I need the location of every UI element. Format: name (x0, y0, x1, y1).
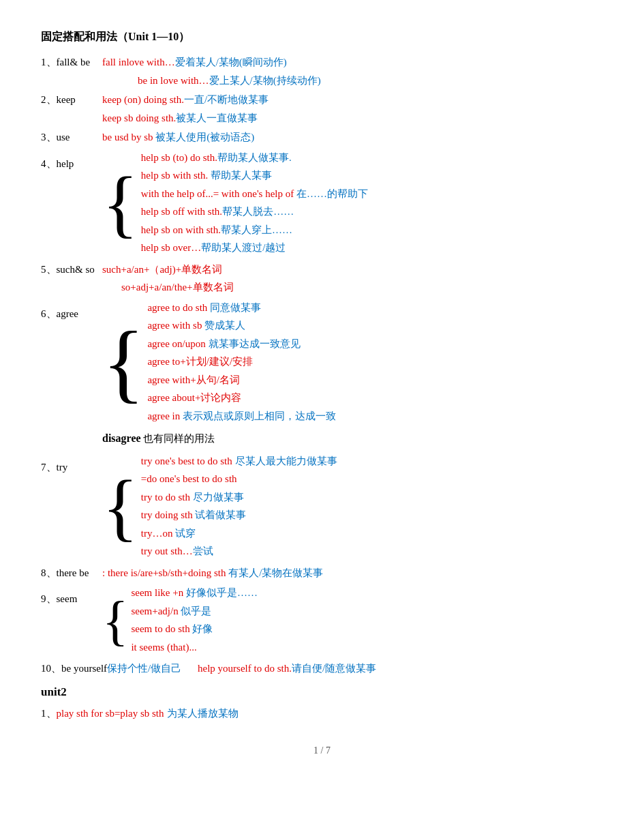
section-2-label: 2、keep (41, 91, 102, 109)
section-5-label: 5、such& so (41, 261, 102, 279)
page-footer: 1 / 7 (41, 743, 603, 759)
section-3: 3、use be usd by sb 被某人使用(被动语态) (41, 129, 603, 147)
unit2-header: unit2 (41, 683, 603, 702)
section-2-content: keep (on) doing sth.一直/不断地做某事 keep sb do… (102, 91, 603, 128)
page-title: 固定搭配和用法（Unit 1—10） (41, 27, 603, 46)
section-3-content: be usd by sb 被某人使用(被动语态) (102, 129, 603, 147)
section-6-content: { agree to do sth 同意做某事 agree with sb 赞成… (102, 299, 603, 427)
section-9-content: { seem like +n 好像似乎是…… seem+adj/n 似乎是 se… (102, 584, 603, 657)
section-10-label: 10、be yourself (41, 660, 107, 678)
section-3-label: 3、use (41, 129, 102, 147)
section-7-content: { try one's best to do sth 尽某人最大能力做某事 =d… (102, 452, 603, 562)
section-1: 1、fall& be fall inlove with…爱着某人/某物(瞬间动作… (41, 54, 603, 90)
section-6-label: 6、agree (41, 299, 102, 323)
section-4-content: { help sb (to) do sth.帮助某人做某事. help sb w… (102, 149, 603, 258)
unit2-section-1-label: 1、play sth for sb=play sb sth (41, 705, 164, 723)
unit2-section-1-content: 为某人播放某物 (167, 705, 603, 723)
unit2-section-1: 1、play sth for sb=play sb sth 为某人播放某物 (41, 705, 603, 723)
section-5-content: such+a/an+（adj)+单数名词 so+adj+a/an/the+单数名… (102, 261, 603, 297)
section-8: 8、there be : there is/are+sb/sth+doing s… (41, 565, 603, 583)
section-7-label: 7、try (41, 452, 102, 477)
section-4: 4、help { help sb (to) do sth.帮助某人做某事. he… (41, 149, 603, 258)
disagree-section: disagree 也有同样的用法 (102, 429, 603, 448)
disagree-suffix: 也有同样的用法 (143, 433, 215, 444)
section-5: 5、such& so such+a/an+（adj)+单数名词 so+adj+a… (41, 261, 603, 297)
section-9: 9、seem { seem like +n 好像似乎是…… seem+adj/n… (41, 584, 603, 657)
section-7: 7、try { try one's best to do sth 尽某人最大能力… (41, 452, 603, 562)
section-2: 2、keep keep (on) doing sth.一直/不断地做某事 kee… (41, 91, 603, 128)
section-8-content: : there is/are+sb/sth+doing sth 有某人/某物在做… (102, 565, 603, 583)
section-9-label: 9、seem (41, 584, 102, 608)
section-10-content: 保持个性/做自己 help yourself to do sth.请自便/随意做… (107, 660, 603, 679)
section-6: 6、agree { agree to do sth 同意做某事 agree wi… (41, 299, 603, 427)
section-4-label: 4、help (41, 149, 102, 173)
disagree-label: disagree (102, 432, 141, 444)
section-10: 10、be yourself 保持个性/做自己 help yourself to… (41, 660, 603, 679)
section-1-content: fall inlove with…爱着某人/某物(瞬间动作) be in lov… (102, 54, 603, 90)
section-1-label: 1、fall& be (41, 54, 102, 72)
section-8-label: 8、there be (41, 565, 102, 582)
